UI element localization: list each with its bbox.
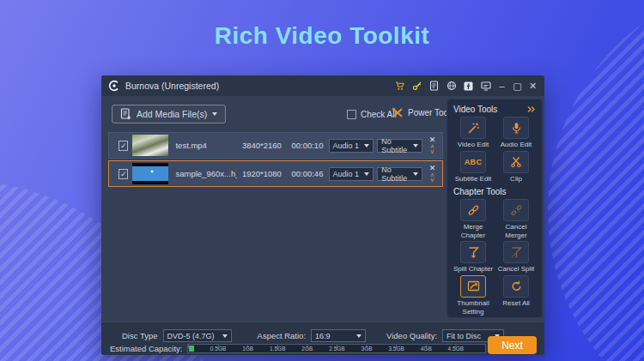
file-resolution: 3840*2160 (237, 141, 286, 150)
capacity-tick-labels: 0.5GB 1GB 1.5GB 2GB 2.5GB 3GB 3.5GB 4GB … (188, 345, 485, 352)
key-icon[interactable] (411, 81, 422, 92)
chevron-down-icon (212, 112, 217, 116)
window-title: Burnova (Unregistered) (125, 81, 219, 91)
feedback-screen-icon[interactable] (480, 81, 491, 92)
video-quality-label: Video Quality: (386, 331, 437, 340)
aspect-ratio-label: Aspect Ratio: (258, 331, 307, 340)
double-chevron-right-icon[interactable] (526, 105, 536, 113)
split-funnel-icon (467, 246, 480, 259)
subtitle-edit-button[interactable]: ABC Subtitle Edit (452, 151, 495, 184)
check-all-checkbox[interactable] (347, 110, 356, 119)
next-button[interactable]: Next (488, 336, 537, 354)
power-tools-button[interactable]: Power Tools (392, 107, 454, 118)
capacity-bar: 0.5GB 1GB 1.5GB 2GB 2.5GB 3GB 3.5GB 4GB … (187, 344, 486, 353)
crossed-tools-icon (392, 107, 404, 118)
merge-chapter-button[interactable]: Merge Chapter (452, 199, 495, 239)
maximize-icon[interactable]: ▢ (513, 81, 522, 91)
close-icon[interactable]: ✕ (528, 81, 538, 91)
titlebar: Burnova (Unregistered) (101, 75, 544, 96)
aspect-ratio-dropdown[interactable]: 16:9 (311, 329, 366, 342)
video-thumbnail (132, 163, 168, 184)
video-thumbnail (132, 135, 168, 156)
scissors-icon (510, 156, 522, 168)
microphone-icon (510, 122, 523, 135)
add-media-label: Add Media File(s) (137, 109, 207, 119)
file-resolution: 1920*1080 (237, 169, 286, 178)
cart-icon[interactable] (394, 81, 405, 92)
thumbnail-setting-button[interactable]: Thumbnail Setting (452, 275, 495, 316)
minimize-icon[interactable]: – (497, 81, 507, 91)
file-checkbox[interactable]: ✓ (118, 169, 128, 179)
striped-circle-decoration (548, 0, 644, 361)
document-icon[interactable] (428, 81, 440, 92)
chapter-tools-title: Chapter Tools (453, 187, 507, 196)
page-background: Rich Video Toolkit Burnova (Unregistered… (0, 0, 644, 361)
chevron-down-icon (364, 144, 369, 147)
burnova-app-window: Burnova (Unregistered) (101, 75, 544, 355)
audio-track-dropdown[interactable]: Audio 1 (329, 139, 374, 153)
magic-wand-icon (467, 122, 480, 135)
check-all-control: Check All (347, 110, 397, 119)
file-name: test.mp4 (168, 141, 237, 150)
media-file-list: ✓ test.mp4 3840*2160 00:00:10 Audio 1 No… (108, 132, 443, 189)
thumbnail-image-icon (467, 280, 480, 292)
chain-link-icon (467, 204, 480, 217)
add-file-icon (120, 108, 131, 120)
chevron-down-icon (364, 172, 369, 176)
clip-button[interactable]: Clip (495, 151, 538, 184)
reset-all-button[interactable]: Reset All (495, 275, 538, 316)
file-row-test-mp4[interactable]: ✓ test.mp4 3840*2160 00:00:10 Audio 1 No… (108, 132, 443, 159)
reset-arrow-icon (510, 280, 523, 292)
cancel-split-icon (510, 246, 523, 259)
main-content: Add Media File(s) Check All Power Tools … (101, 96, 544, 323)
file-row-sample-avi[interactable]: ✓ sample_960x...h_audio.avi 1920*1080 00… (108, 160, 443, 187)
globe-icon[interactable] (446, 81, 457, 92)
facebook-icon[interactable] (463, 81, 474, 92)
chevron-down-icon (413, 172, 418, 176)
cancel-split-button[interactable]: Cancel Split (495, 241, 538, 274)
disc-type-label: Disc Type (122, 331, 158, 340)
video-tools-title: Video Tools (453, 105, 497, 114)
audio-track-dropdown[interactable]: Audio 1 (329, 167, 374, 181)
file-duration: 00:00:46 (286, 169, 328, 178)
abc-icon: ABC (465, 158, 482, 166)
add-media-button[interactable]: Add Media File(s) (112, 105, 226, 123)
broken-chain-icon (510, 204, 523, 217)
tools-panel: Video Tools Video Edit (447, 99, 543, 318)
bottom-bar: Disc Type DVD-5 (4.7G) Aspect Ratio: 16:… (101, 323, 544, 355)
burnova-logo-icon (108, 80, 120, 92)
audio-edit-button[interactable]: Audio Edit (495, 117, 538, 149)
page-title: Rich Video Toolkit (0, 22, 644, 50)
move-down-icon[interactable]: ∨ (430, 148, 434, 154)
chevron-down-icon (356, 334, 361, 338)
subtitle-dropdown[interactable]: No Subtitle (377, 139, 422, 153)
chevron-down-icon (222, 334, 228, 338)
estimated-capacity-label: Estimated Capacity: (110, 344, 182, 353)
video-edit-button[interactable]: Video Edit (452, 117, 495, 149)
cancel-merger-button[interactable]: Cancel Merger (495, 199, 538, 239)
chevron-down-icon (413, 144, 418, 147)
move-down-icon[interactable]: ∨ (430, 177, 434, 183)
file-name: sample_960x...h_audio.avi (168, 169, 237, 178)
subtitle-dropdown[interactable]: No Subtitle (377, 167, 422, 181)
split-chapter-button[interactable]: Split Chapter (452, 241, 495, 274)
file-duration: 00:00:10 (286, 141, 328, 150)
disc-type-dropdown[interactable]: DVD-5 (4.7G) (163, 329, 232, 342)
file-checkbox[interactable]: ✓ (118, 141, 128, 151)
